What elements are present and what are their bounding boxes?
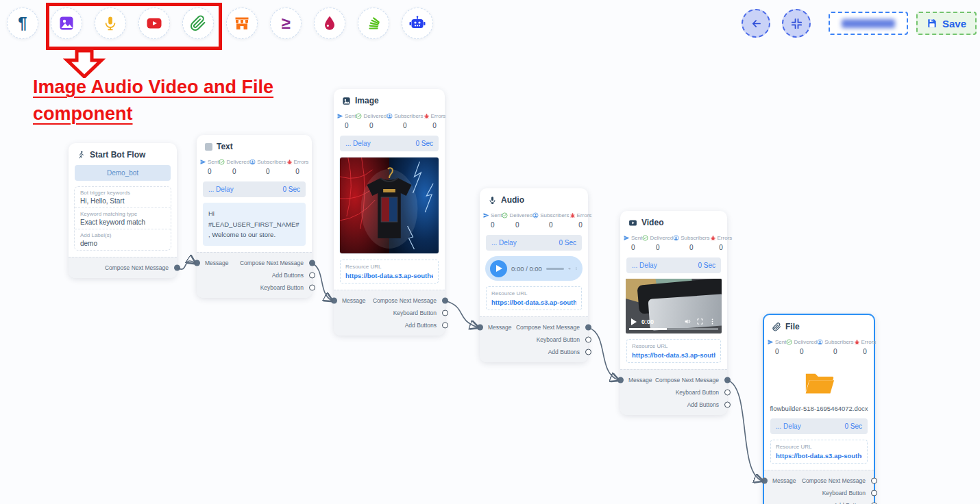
bot-name-button[interactable]: Demo_bot (75, 165, 171, 181)
image-preview[interactable] (339, 157, 439, 254)
paragraph-icon: ¶ (18, 15, 27, 32)
output-port-add-buttons[interactable] (585, 349, 591, 355)
node-footer: Compose Next Message (69, 257, 177, 278)
input-port-message[interactable] (477, 325, 483, 331)
stats-row: Sent0 Delivered0 Subscribers0 Errors0 (764, 334, 874, 357)
node-text[interactable]: Text Sent0 Delivered0 Subscribers0 Error… (197, 135, 312, 298)
video-player[interactable]: 0:00 (626, 279, 722, 333)
volume-icon[interactable] (684, 318, 691, 325)
stat-delivered: Delivered0 (786, 339, 817, 355)
node-footer: Message Compose Next Message Keyboard Bu… (764, 470, 874, 504)
fit-view-button[interactable] (782, 9, 811, 38)
output-row: Add Buttons (628, 400, 719, 410)
delay-bar[interactable]: ... Delay0 Sec (626, 257, 721, 273)
microphone-icon (102, 15, 119, 32)
toolbar-bot-component[interactable] (402, 8, 433, 39)
node-footer: Message Compose Next Message Keyboard Bu… (480, 316, 588, 362)
output-label: Compose Next Message (373, 297, 437, 304)
resource-url-link[interactable]: https://bot-data.s3.ap-southeast-1.wasab… (776, 452, 862, 459)
redacted-action-button[interactable] (829, 12, 908, 35)
delivered-icon (642, 235, 648, 241)
audio-player[interactable]: 0:00 / 0:00 (485, 256, 583, 281)
toolbar-sequence-component[interactable] (358, 8, 389, 39)
flow-canvas[interactable]: ¶ ≥ Save Image Audio Video and File comp… (0, 0, 980, 504)
input-label: Message (772, 477, 796, 484)
field-labels[interactable]: Add Label(s) demo (75, 229, 171, 250)
output-port-compose-next-message[interactable] (585, 325, 591, 331)
resource-url-link[interactable]: https://bot-data.s3.ap-southeast-1.wasab… (345, 272, 433, 279)
paperclip-icon (190, 15, 206, 32)
subscribers-icon (387, 113, 393, 119)
sent-icon (768, 339, 774, 345)
output-port-add-buttons[interactable] (309, 273, 315, 279)
resource-url-link[interactable]: https://bot-data.s3.ap-southeast-1.wasab… (632, 351, 715, 359)
toolbar-audio-component[interactable] (95, 8, 126, 39)
field-matching-type[interactable]: Keyword matching type Exact keyword matc… (75, 207, 171, 229)
toolbar-file-component[interactable] (182, 8, 214, 39)
save-button[interactable]: Save (916, 12, 977, 35)
node-footer: Message Compose Next Message Add Buttons… (197, 252, 312, 298)
toolbar-droplet-component[interactable] (314, 8, 345, 39)
field-trigger-keywords[interactable]: Bot trigger keywords Hi, Hello, Start (75, 187, 171, 207)
toolbar-image-component[interactable] (51, 8, 82, 39)
toolbar-ecommerce-component[interactable] (226, 8, 258, 39)
menu-dots-icon[interactable] (709, 318, 716, 325)
video-controls: 0:00 (626, 318, 722, 325)
output-port-add-buttons[interactable] (724, 402, 731, 408)
stat-subscribers: Subscribers0 (817, 339, 853, 355)
node-header: File (764, 315, 874, 334)
delay-bar[interactable]: ... Delay0 Sec (486, 235, 582, 251)
toolbar-video-component[interactable] (138, 8, 170, 39)
volume-icon[interactable] (568, 264, 571, 273)
fullscreen-icon[interactable] (696, 318, 704, 325)
output-port-compose-next-message[interactable] (871, 478, 877, 484)
file-preview[interactable] (764, 357, 874, 405)
output-port-compose-next-message[interactable] (309, 260, 315, 266)
audio-progress[interactable] (546, 268, 564, 270)
play-button[interactable] (490, 260, 507, 277)
stats-row: Sent0 Delivered0 Subscribers0 Errors0 (480, 207, 588, 230)
node-video[interactable]: Video Sent0 Delivered0 Subscribers0 Erro… (620, 211, 727, 415)
play-icon[interactable] (631, 318, 637, 325)
annotation-text: Image Audio Video and File component (33, 74, 300, 127)
subscribers-icon (817, 339, 823, 345)
output-port-keyboard-button[interactable] (724, 390, 731, 396)
audio-time: 0:00 / 0:00 (511, 265, 542, 273)
delay-bar[interactable]: ... Delay0 Sec (770, 418, 868, 434)
delay-bar[interactable]: ... Delay0 Sec (203, 181, 306, 197)
delivered-icon (219, 159, 225, 165)
sent-icon (337, 113, 343, 119)
output-port-compose-next-message[interactable] (442, 298, 448, 304)
delay-bar[interactable]: ... Delay0 Sec (340, 136, 439, 151)
toolbar-text-component[interactable]: ¶ (7, 8, 38, 39)
input-port-message[interactable] (331, 298, 337, 304)
node-header: Image (334, 89, 445, 108)
output-port-compose-next-message[interactable] (724, 377, 731, 383)
node-image[interactable]: Image Sent0 Delivered0 Subscribers0 Erro… (334, 89, 445, 336)
output-port-keyboard-button[interactable] (585, 337, 591, 343)
input-port-message[interactable] (761, 478, 768, 484)
stats-row: Sent0 Delivered0 Subscribers0 Errors0 (197, 154, 312, 177)
node-audio[interactable]: Audio Sent0 Delivered0 Subscribers0 Erro… (480, 188, 588, 362)
resource-url-link[interactable]: https://bot-data.s3.ap-southeast-1.wasab… (491, 299, 576, 306)
node-file[interactable]: File Sent0 Delivered0 Subscribers0 Error… (763, 314, 875, 504)
arrow-left-icon (750, 17, 763, 30)
input-port-message[interactable] (617, 377, 624, 383)
back-button[interactable] (742, 9, 770, 38)
output-label: Compose Next Message (516, 324, 580, 331)
message-preview[interactable]: Hi #LEAD_USER_FIRST_NAME# , Welcome to o… (203, 203, 306, 246)
youtube-icon (146, 15, 162, 32)
menu-dots-icon[interactable] (575, 264, 578, 273)
output-port-add-buttons[interactable] (442, 323, 448, 329)
toolbar-condition-component[interactable]: ≥ (270, 8, 302, 39)
sent-icon (483, 212, 489, 218)
output-port-compose-next-message[interactable] (174, 265, 180, 271)
output-port-keyboard-button[interactable] (309, 285, 315, 291)
output-port-keyboard-button[interactable] (442, 310, 448, 316)
output-port-keyboard-button[interactable] (871, 490, 877, 496)
input-port-message[interactable] (194, 260, 200, 266)
delivered-icon (786, 339, 792, 345)
greater-equal-icon: ≥ (281, 15, 290, 32)
node-start-bot-flow[interactable]: Start Bot Flow Demo_bot Bot trigger keyw… (69, 143, 177, 278)
video-progress[interactable] (629, 328, 718, 330)
